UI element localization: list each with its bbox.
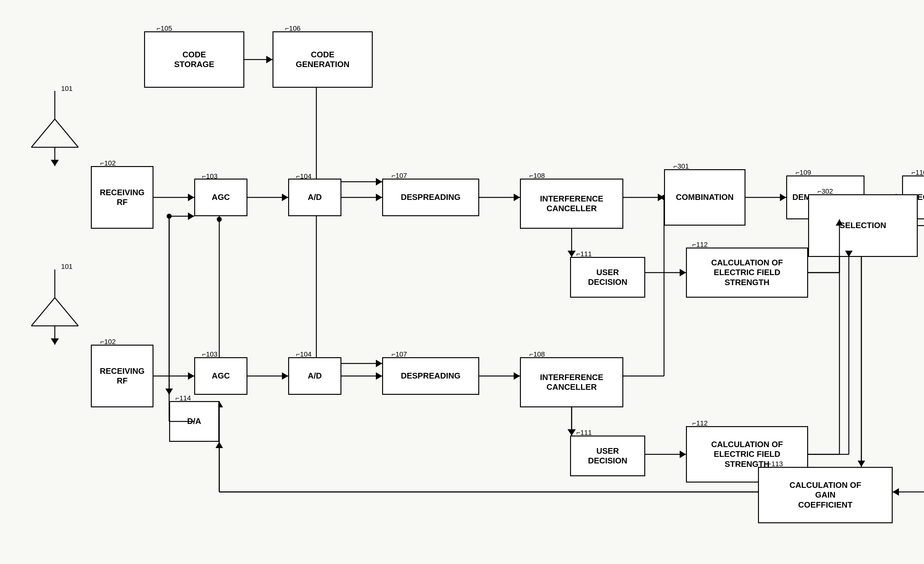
calc-gain-label: CALCULATION OFGAINCOEFFICIENT: [789, 480, 861, 510]
ref-102-1: ⌐102: [100, 159, 116, 167]
user-decision-1-block: USERDECISION: [570, 257, 645, 298]
svg-line-2: [55, 119, 78, 147]
ref-104-2: ⌐104: [296, 350, 312, 358]
ref-112-1: ⌐112: [692, 241, 708, 249]
agc-1-block: AGC: [194, 179, 248, 216]
svg-marker-11: [188, 194, 194, 201]
receiving-rf-2-block: RECEIVINGRF: [91, 344, 153, 408]
interference-canceller-2-block: INTERFERENCECANCELLER: [520, 357, 623, 408]
svg-marker-39: [680, 269, 686, 276]
svg-marker-24: [376, 360, 382, 367]
svg-marker-59: [680, 451, 686, 458]
receiving-rf-1-block: RECEIVINGRF: [91, 166, 153, 229]
receiving-rf-2-label: RECEIVINGRF: [100, 366, 144, 386]
antenna-1: [32, 91, 78, 147]
dac-block: D/A: [169, 401, 219, 442]
ref-109: ⌐109: [796, 168, 811, 177]
ref-111-2: ⌐111: [576, 429, 592, 437]
adc-1-label: A/D: [308, 193, 322, 202]
svg-marker-9: [51, 160, 59, 166]
svg-marker-46: [188, 372, 194, 380]
ref-106: ⌐106: [285, 24, 301, 33]
svg-marker-37: [567, 251, 576, 257]
agc-2-block: AGC: [194, 357, 248, 395]
svg-marker-68: [892, 488, 899, 496]
ref-114: ⌐114: [176, 394, 191, 402]
svg-line-6: [55, 298, 78, 326]
despreading-1-block: DESPREADING: [382, 179, 479, 216]
user-decision-1-label: USERDECISION: [588, 268, 627, 287]
agc-2-label: AGC: [212, 371, 230, 381]
ref-113: ⌐113: [767, 460, 783, 468]
ref-103-2: ⌐103: [202, 350, 218, 358]
ref-301: ⌐301: [674, 162, 689, 170]
ref-302: ⌐302: [818, 187, 833, 196]
ref-104-1: ⌐104: [296, 172, 312, 180]
agc-1-label: AGC: [212, 193, 230, 202]
svg-marker-30: [780, 194, 786, 201]
adc-1-block: A/D: [288, 179, 341, 216]
svg-marker-17: [266, 56, 273, 63]
adc-2-block: A/D: [288, 357, 341, 395]
user-decision-2-label: USERDECISION: [588, 446, 627, 466]
ref-112-2: ⌐112: [692, 419, 708, 427]
selection-block: SELECTION: [808, 194, 918, 257]
despreading-1-label: DESPREADING: [401, 193, 461, 202]
antenna-2: [32, 269, 78, 326]
combination-label: COMBINATION: [676, 193, 734, 202]
svg-marker-57: [567, 429, 576, 436]
combination-block: COMBINATION: [664, 169, 746, 226]
ref-107-2: ⌐107: [392, 350, 407, 358]
receiving-rf-1-label: RECEIVINGRF: [100, 188, 144, 207]
ref-101-1: 101: [61, 84, 73, 93]
svg-line-5: [32, 298, 55, 326]
ref-103-1: ⌐103: [202, 172, 218, 180]
ref-111-1: ⌐111: [576, 250, 592, 258]
ref-102-2: ⌐102: [100, 338, 116, 346]
svg-marker-48: [282, 372, 288, 380]
svg-line-1: [32, 119, 55, 147]
dac-label: D/A: [187, 417, 201, 426]
adc-2-label: A/D: [308, 371, 322, 381]
interference-canceller-2-label: INTERFERENCECANCELLER: [540, 373, 603, 392]
svg-marker-15: [376, 194, 382, 201]
interference-canceller-1-block: INTERFERENCECANCELLER: [520, 179, 623, 229]
ref-105: ⌐105: [157, 24, 172, 33]
despreading-2-label: DESPREADING: [401, 371, 461, 381]
svg-marker-44: [51, 338, 59, 344]
user-decision-2-block: USERDECISION: [570, 436, 645, 476]
selection-label: SELECTION: [840, 221, 886, 230]
code-storage-label: CODESTORAGE: [174, 50, 214, 69]
svg-marker-26: [514, 194, 520, 201]
ref-101-2: 101: [61, 263, 73, 271]
svg-marker-50: [376, 372, 382, 380]
calc-field-1-label: CALCULATION OFELECTRIC FIELDSTRENGTH: [711, 258, 783, 287]
svg-marker-21: [376, 178, 382, 185]
calc-field-1-block: CALCULATION OFELECTRIC FIELDSTRENGTH: [686, 248, 808, 298]
ref-108-2: ⌐108: [530, 350, 545, 358]
code-generation-block: CODEGENERATION: [273, 32, 373, 88]
interference-canceller-1-label: INTERFERENCECANCELLER: [540, 194, 603, 214]
svg-marker-52: [514, 372, 520, 380]
code-storage-block: CODESTORAGE: [144, 32, 244, 88]
despreading-2-block: DESPREADING: [382, 357, 479, 395]
code-generation-label: CODEGENERATION: [296, 50, 349, 69]
diagram: 101 RECEIVINGRF ⌐102 AGC ⌐103 A/D ⌐104 C…: [0, 0, 924, 564]
svg-marker-13: [282, 194, 288, 201]
ref-107-1: ⌐107: [392, 172, 407, 180]
calc-gain-block: CALCULATION OFGAINCOEFFICIENT: [758, 467, 892, 523]
ref-108-1: ⌐108: [530, 172, 545, 180]
ref-110: ⌐110: [912, 168, 924, 177]
